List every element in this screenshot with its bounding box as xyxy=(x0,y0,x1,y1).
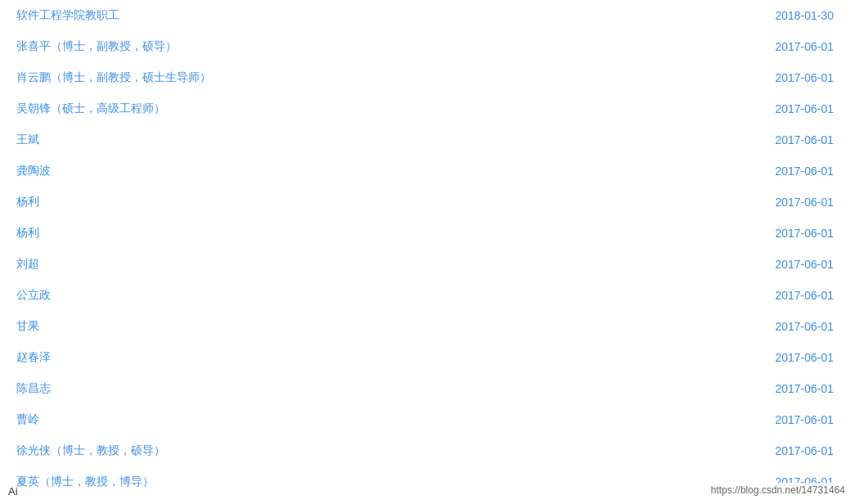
list-item: 肖云鹏（博士，副教授，硕士生导师）2017-06-01 xyxy=(16,62,834,93)
item-date-0: 2018-01-30 xyxy=(752,9,834,22)
item-title-3[interactable]: 吴朝锋（硕士，高级工程师） xyxy=(16,101,165,116)
item-date-13: 2017-06-01 xyxy=(752,413,834,426)
item-date-12: 2017-06-01 xyxy=(752,382,834,395)
item-date-8: 2017-06-01 xyxy=(752,258,834,271)
item-title-7[interactable]: 杨利 xyxy=(16,226,39,241)
list-item: 甘果2017-06-01 xyxy=(16,311,834,342)
item-title-15[interactable]: 夏英（博士，教授，博导） xyxy=(16,475,154,489)
item-title-10[interactable]: 甘果 xyxy=(16,319,39,334)
list-item: 曹岭2017-06-01 xyxy=(16,404,834,435)
watermark: https://blog.csdn.net/14731464 xyxy=(706,483,850,497)
list-item: 软件工程学院教职工2018-01-30 xyxy=(16,0,834,31)
item-title-1[interactable]: 张喜平（博士，副教授，硕导） xyxy=(16,39,177,54)
item-title-12[interactable]: 陈昌志 xyxy=(16,381,51,396)
list-item: 吴朝锋（硕士，高级工程师）2017-06-01 xyxy=(16,93,834,124)
list-item: 刘超2017-06-01 xyxy=(16,249,834,280)
item-date-6: 2017-06-01 xyxy=(752,196,834,209)
item-date-10: 2017-06-01 xyxy=(752,320,834,333)
item-date-1: 2017-06-01 xyxy=(752,40,834,53)
ai-label: Ai xyxy=(8,485,18,497)
item-date-5: 2017-06-01 xyxy=(752,164,834,178)
item-date-9: 2017-06-01 xyxy=(752,289,834,302)
item-title-4[interactable]: 王斌 xyxy=(16,133,39,147)
item-date-3: 2017-06-01 xyxy=(752,102,834,115)
item-date-14: 2017-06-01 xyxy=(752,444,834,457)
list-item: 公立政2017-06-01 xyxy=(16,280,834,311)
item-title-6[interactable]: 杨利 xyxy=(16,195,39,209)
item-title-9[interactable]: 公立政 xyxy=(16,288,51,303)
item-title-0[interactable]: 软件工程学院教职工 xyxy=(16,8,119,23)
item-title-2[interactable]: 肖云鹏（博士，副教授，硕士生导师） xyxy=(16,70,211,85)
item-title-13[interactable]: 曹岭 xyxy=(16,412,39,427)
item-title-11[interactable]: 赵春泽 xyxy=(16,350,51,365)
item-title-8[interactable]: 刘超 xyxy=(16,257,39,272)
item-title-14[interactable]: 徐光侠（博士，教授，硕导） xyxy=(16,443,165,458)
list-item: 张喜平（博士，副教授，硕导）2017-06-01 xyxy=(16,31,834,62)
item-date-4: 2017-06-01 xyxy=(752,133,834,146)
list-item: 徐光侠（博士，教授，硕导）2017-06-01 xyxy=(16,435,834,466)
item-title-5[interactable]: 龚陶波 xyxy=(16,164,51,178)
list-item: 龚陶波2017-06-01 xyxy=(16,155,834,187)
list-item: 杨利2017-06-01 xyxy=(16,218,834,249)
list-item: 陈昌志2017-06-01 xyxy=(16,373,834,404)
item-date-2: 2017-06-01 xyxy=(752,71,834,84)
item-date-11: 2017-06-01 xyxy=(752,351,834,364)
list-item: 王斌2017-06-01 xyxy=(16,124,834,155)
item-date-7: 2017-06-01 xyxy=(752,227,834,240)
list-container: 软件工程学院教职工2018-01-30张喜平（博士，副教授，硕导）2017-06… xyxy=(0,0,850,497)
list-item: 杨利2017-06-01 xyxy=(16,187,834,218)
list-item: 赵春泽2017-06-01 xyxy=(16,342,834,373)
